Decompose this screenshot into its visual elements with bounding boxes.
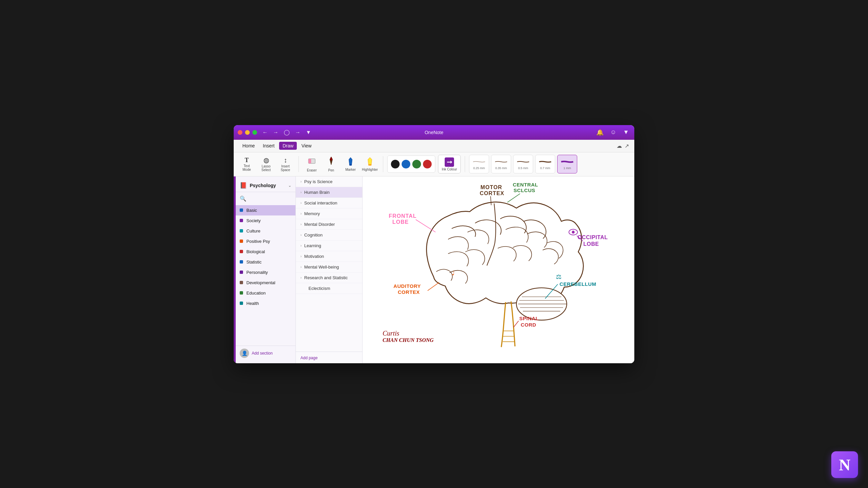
sidebar-item-society[interactable]: Society (236, 216, 296, 226)
section-label-biological: Biological (246, 249, 265, 254)
sidebar: 📕 Psychology ⌄ 🔍 Basic Society Culture (236, 176, 296, 363)
color-blue[interactable] (402, 160, 410, 168)
section-label-positive-psy: Positive Psy (246, 239, 270, 244)
search-bar[interactable]: 🔍 (236, 193, 296, 204)
stroke-05-label: 0.5 mm (518, 166, 528, 170)
back-button[interactable]: ← (261, 129, 269, 136)
page-chevron-6: › (301, 244, 302, 248)
page-social-interaction[interactable]: › Social interaction (296, 198, 362, 208)
cloud-button[interactable]: ☁ (617, 143, 622, 149)
stroke-07-label: 0.7 mm (540, 166, 550, 170)
highlighter-button[interactable]: Highlighter (361, 155, 379, 173)
maximize-button[interactable] (252, 130, 257, 135)
sidebar-item-health[interactable]: Health (236, 298, 296, 308)
page-label-4: Mental Disorder (304, 222, 335, 227)
share-page-button[interactable]: ↗ (625, 143, 629, 149)
ink-colour-button[interactable]: Ink Colour (438, 155, 461, 173)
eraser-label: Eraser (307, 168, 316, 172)
share-button[interactable]: → (294, 129, 302, 136)
page-memory[interactable]: › Memory (296, 208, 362, 219)
stroke-07-button[interactable]: 0.7 mm (535, 155, 555, 173)
eraser-button[interactable]: Eraser (303, 155, 321, 173)
page-mental-disorder[interactable]: › Mental Disorder (296, 219, 362, 230)
pen-icon (327, 156, 336, 167)
section-dot-statistic (240, 260, 243, 263)
account-chevron[interactable]: ▼ (622, 128, 630, 136)
add-section-button[interactable]: Add section (252, 351, 273, 356)
section-label-society: Society (246, 218, 261, 223)
text-mode-icon: T (245, 157, 249, 163)
svg-rect-7 (369, 164, 371, 165)
pages-bottom: Add page (296, 352, 362, 363)
stroke-07-preview (538, 158, 552, 165)
stroke-035-preview (494, 158, 508, 165)
page-research[interactable]: › Research and Statistic (296, 272, 362, 283)
account-button[interactable]: ☺ (609, 128, 618, 136)
marker-button[interactable]: Marker (342, 155, 360, 173)
notebook-header[interactable]: 📕 Psychology ⌄ (236, 179, 296, 192)
stroke-sizes-group: 0.25 mm 0.35 mm 0.5 mm (469, 155, 577, 173)
insert-space-button[interactable]: ↕ Insert Space (276, 155, 294, 173)
page-chevron-3: › (301, 212, 302, 216)
home-button[interactable]: ◯ (282, 128, 291, 136)
stroke-1-button[interactable]: 1 mm (557, 155, 577, 173)
section-label-statistic: Statistic (246, 260, 262, 264)
svg-text:FRONTAL: FRONTAL (389, 213, 416, 219)
sidebar-item-basic[interactable]: Basic (236, 205, 296, 216)
svg-rect-1 (308, 159, 311, 163)
add-page-button[interactable]: Add page (301, 356, 317, 360)
page-learning[interactable]: › Learning (296, 240, 362, 251)
menu-draw[interactable]: Draw (279, 142, 297, 150)
page-cognition[interactable]: › Cognition (296, 230, 362, 240)
divider-3 (465, 156, 465, 172)
svg-text:OCCIPITAL: OCCIPITAL (578, 234, 608, 240)
page-eclecticism[interactable]: Eclecticism (296, 283, 362, 294)
sidebar-item-education[interactable]: Education (236, 288, 296, 298)
traffic-lights (238, 130, 257, 135)
menu-home[interactable]: Home (239, 142, 258, 150)
stroke-035-button[interactable]: 0.35 mm (491, 155, 511, 173)
stroke-1-preview (561, 158, 574, 165)
notification-button[interactable]: 🔔 (595, 128, 605, 137)
text-mode-button[interactable]: T Text Mode (238, 155, 256, 173)
sidebar-item-biological[interactable]: Biological (236, 247, 296, 257)
page-mental-wellbeing[interactable]: › Mental Well-being (296, 262, 362, 272)
svg-text:CORD: CORD (521, 322, 536, 328)
nav-controls: ← → ◯ → ▼ (261, 128, 312, 136)
page-label-0: Psy is Science (304, 179, 333, 184)
sidebar-item-culture[interactable]: Culture (236, 226, 296, 236)
forward-button[interactable]: → (272, 129, 280, 136)
insert-space-icon: ↕ (284, 157, 287, 163)
menu-view[interactable]: View (298, 142, 315, 150)
lasso-select-button[interactable]: ◍ Lasso Select (257, 155, 275, 173)
pen-button[interactable]: Pen (322, 155, 340, 173)
color-black[interactable] (391, 160, 400, 168)
section-dot-basic (240, 208, 243, 212)
color-red[interactable] (423, 160, 432, 168)
eraser-icon (307, 156, 316, 167)
stroke-025-button[interactable]: 0.25 mm (469, 155, 489, 173)
minimize-button[interactable] (245, 130, 250, 135)
stroke-05-button[interactable]: 0.5 mm (513, 155, 533, 173)
section-dot-education (240, 291, 243, 295)
user-avatar[interactable]: 👤 (240, 349, 249, 358)
sidebar-item-developmental[interactable]: Developmental (236, 278, 296, 288)
close-button[interactable] (238, 130, 242, 135)
section-label-education: Education (246, 291, 266, 296)
sidebar-item-positive-psy[interactable]: Positive Psy (236, 236, 296, 247)
menu-insert[interactable]: Insert (259, 142, 278, 150)
page-human-brain[interactable]: › Human Brain (296, 187, 362, 198)
stroke-05-preview (517, 158, 530, 165)
text-tools-group: T Text Mode ◍ Lasso Select ↕ Insert Spac… (238, 155, 294, 173)
search-icon[interactable]: 🔍 (240, 195, 246, 202)
canvas-area[interactable]: MOTOR CORTEX CENTRAL SCLCUS FRONTAL LOBE… (363, 176, 634, 363)
page-psy-science[interactable]: › Psy is Science (296, 176, 362, 187)
section-label-developmental: Developmental (246, 280, 275, 285)
color-green[interactable] (412, 160, 421, 168)
sidebar-item-personality[interactable]: Personality (236, 267, 296, 278)
svg-text:CORTEX: CORTEX (398, 289, 420, 295)
more-button[interactable]: ▼ (305, 129, 312, 136)
page-motivation[interactable]: › Motivation (296, 251, 362, 262)
sidebar-item-statistic[interactable]: Statistic (236, 257, 296, 267)
lasso-icon: ◍ (264, 157, 269, 163)
